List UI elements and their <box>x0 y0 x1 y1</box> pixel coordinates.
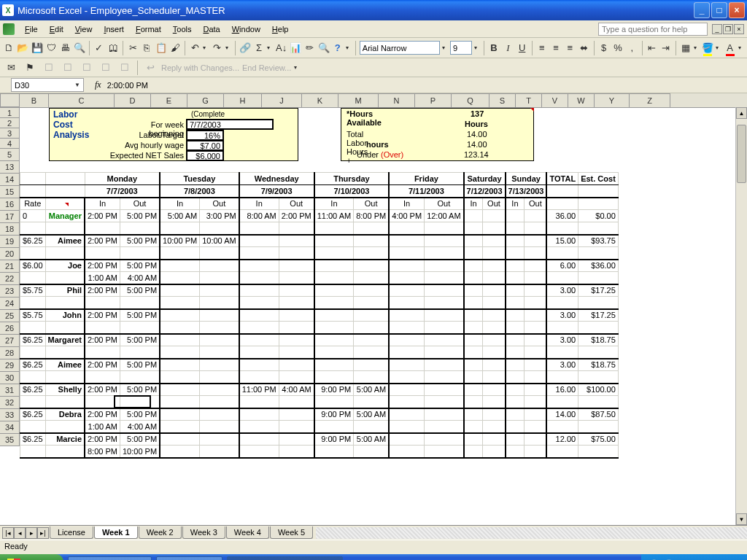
cut-icon[interactable]: ✂ <box>127 40 139 56</box>
col-header-J[interactable]: J <box>262 93 302 107</box>
scroll-down-icon[interactable]: ▼ <box>736 513 747 525</box>
row-header-17[interactable]: 17 <box>0 211 20 223</box>
employee-name[interactable]: Margaret <box>45 334 85 346</box>
blank[interactable] <box>20 322 46 334</box>
in-cell[interactable] <box>506 309 525 322</box>
rate-cell[interactable]: $6.25 <box>20 384 46 396</box>
review-icon-3[interactable]: ☐ <box>79 60 95 76</box>
blank[interactable] <box>45 272 85 284</box>
rate-cell[interactable]: 0 <box>20 210 46 222</box>
in-cell[interactable] <box>239 322 279 334</box>
out-cell[interactable] <box>425 309 464 322</box>
in-cell[interactable] <box>464 446 483 458</box>
cost-cell[interactable]: $75.00 <box>578 433 619 446</box>
blank[interactable] <box>45 247 85 260</box>
in-cell[interactable] <box>160 309 200 322</box>
chart-icon[interactable]: 📊 <box>290 40 301 56</box>
in-cell[interactable]: 11:00 AM <box>314 210 354 222</box>
blank[interactable] <box>578 346 619 359</box>
out-cell[interactable] <box>200 222 239 235</box>
out-cell[interactable] <box>200 446 239 458</box>
in-cell[interactable] <box>389 322 424 334</box>
out-cell[interactable] <box>483 297 506 309</box>
out-cell[interactable]: 8:00 PM <box>354 210 389 222</box>
col-header-V[interactable]: V <box>542 93 568 107</box>
rate-cell[interactable]: $5.75 <box>20 309 46 322</box>
out-cell[interactable] <box>525 297 547 309</box>
out-cell[interactable] <box>425 446 464 458</box>
out-cell[interactable] <box>200 384 239 396</box>
increase-indent-icon[interactable]: ⇥ <box>660 40 672 56</box>
total-cell[interactable]: 36.00 <box>546 210 578 222</box>
total-cell[interactable]: 6.00 <box>546 260 578 272</box>
in-cell[interactable] <box>85 396 120 408</box>
in-cell[interactable] <box>506 284 525 297</box>
out-cell[interactable] <box>483 359 506 371</box>
in-cell[interactable] <box>160 421 200 433</box>
copy-icon[interactable]: ⎘ <box>141 40 152 56</box>
date-header[interactable]: 7/13/2003 <box>506 185 547 198</box>
cost-cell[interactable]: $18.75 <box>578 334 619 346</box>
out-cell[interactable]: 5:00 PM <box>120 433 160 446</box>
in-cell[interactable] <box>506 396 525 408</box>
row-header-33[interactable]: 33 <box>0 409 20 421</box>
rate-cell[interactable]: $6.25 <box>20 408 46 421</box>
in-cell[interactable] <box>85 247 120 260</box>
row-header-19[interactable]: 19 <box>0 236 20 248</box>
in-cell[interactable] <box>464 235 483 247</box>
in-header[interactable]: In <box>160 198 200 210</box>
out-cell[interactable] <box>279 371 314 384</box>
out-header[interactable]: Out <box>200 198 239 210</box>
print-icon[interactable]: 🖶 <box>59 40 71 56</box>
help-search-input[interactable] <box>598 23 708 36</box>
day-header[interactable]: Wednesday <box>239 173 314 185</box>
borders-icon[interactable]: ▦ <box>680 40 692 56</box>
out-cell[interactable] <box>425 433 464 446</box>
undo-icon[interactable]: ↶ <box>189 40 201 56</box>
blank[interactable] <box>546 185 578 198</box>
sheet-tab-week-2[interactable]: Week 2 <box>139 526 182 539</box>
cost-cell[interactable]: $87.50 <box>578 408 619 421</box>
in-cell[interactable] <box>506 371 525 384</box>
blank[interactable] <box>578 446 619 458</box>
out-cell[interactable] <box>279 421 314 433</box>
in-cell[interactable] <box>314 371 354 384</box>
in-cell[interactable] <box>389 297 424 309</box>
blank[interactable] <box>546 446 578 458</box>
autosum-dd[interactable]: ▾ <box>267 44 273 51</box>
rate-cell[interactable]: $6.25 <box>20 334 46 346</box>
out-cell[interactable] <box>525 421 547 433</box>
out-cell[interactable] <box>200 421 239 433</box>
row-header-35[interactable]: 35 <box>0 434 20 446</box>
out-cell[interactable] <box>279 346 314 359</box>
zoom-icon[interactable]: 🔍 <box>317 40 329 56</box>
total-cell[interactable]: 15.00 <box>546 235 578 247</box>
in-cell[interactable] <box>389 408 424 421</box>
menu-file[interactable]: File <box>19 23 44 35</box>
out-cell[interactable] <box>525 396 547 408</box>
scroll-up-icon[interactable]: ▲ <box>736 107 747 119</box>
in-cell[interactable] <box>506 334 525 346</box>
out-cell[interactable] <box>354 309 389 322</box>
out-cell[interactable]: 4:00 AM <box>120 421 160 433</box>
out-cell[interactable] <box>354 284 389 297</box>
bold-icon[interactable]: B <box>488 40 500 56</box>
row-header-15[interactable]: 15 <box>0 186 20 198</box>
in-cell[interactable] <box>239 396 279 408</box>
comma-icon[interactable]: , <box>626 40 638 56</box>
date-header[interactable]: 7/7/2003 <box>85 185 160 198</box>
currency-icon[interactable]: $ <box>598 40 610 56</box>
in-cell[interactable] <box>389 309 424 322</box>
in-cell[interactable] <box>464 396 483 408</box>
in-cell[interactable] <box>160 297 200 309</box>
row-header-27[interactable]: 27 <box>0 335 20 347</box>
review-icon-2[interactable]: ☐ <box>60 60 76 76</box>
in-cell[interactable] <box>389 371 424 384</box>
out-cell[interactable]: 4:00 AM <box>279 384 314 396</box>
total-cell[interactable]: 3.00 <box>546 334 578 346</box>
blank[interactable] <box>20 297 46 309</box>
out-cell[interactable]: 5:00 PM <box>120 260 160 272</box>
align-left-icon[interactable]: ≡ <box>536 40 548 56</box>
out-cell[interactable] <box>279 284 314 297</box>
out-cell[interactable]: 5:00 PM <box>120 309 160 322</box>
